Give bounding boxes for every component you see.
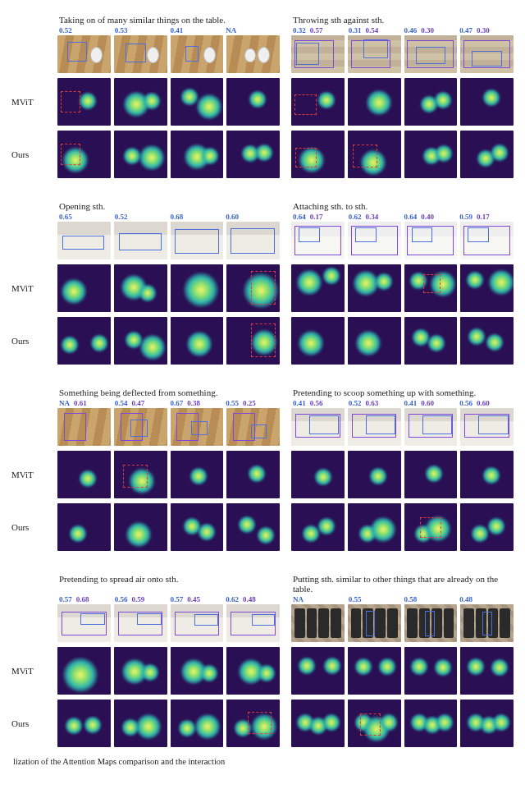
video-frame [460, 604, 514, 642]
score-value: 0.67 [171, 399, 184, 407]
video-frame [348, 408, 401, 446]
video-frame [291, 604, 345, 642]
heatmap-cell [57, 131, 111, 178]
example-title: Taking on of many similar things on the … [57, 15, 280, 26]
heatmap-strip [291, 647, 514, 695]
video-frame [291, 35, 345, 73]
score-value: 0.48 [459, 595, 472, 603]
heatmap-cell [348, 264, 401, 312]
heatmap-cell [57, 451, 111, 498]
video-frame [348, 604, 401, 642]
video-frame [404, 35, 458, 73]
video-frame [291, 408, 345, 446]
heatmap-cell [291, 264, 345, 312]
score-value: NA [226, 26, 236, 34]
heatmap-cell [348, 78, 401, 126]
heatmap-strip [57, 503, 280, 551]
example-title: Opening sth. [57, 201, 280, 213]
heatmap-cell [348, 317, 401, 365]
thumbnail-strip [57, 604, 280, 642]
heatmap-strip [291, 131, 514, 178]
figure-page: Taking on of many similar things on the … [0, 0, 525, 780]
heatmap-cell [291, 451, 345, 498]
score-value: 0.68 [171, 213, 184, 221]
video-frame [226, 35, 280, 73]
thumbnail-strip [291, 222, 514, 259]
score-value: 0.64 [293, 213, 306, 221]
heatmap-cell [114, 451, 167, 498]
heatmap-cell [114, 78, 167, 126]
heatmap-cell [226, 317, 280, 365]
heatmap-strip [291, 317, 514, 365]
heatmap-cell [114, 317, 167, 365]
video-frame [171, 604, 224, 642]
thumbnail-strip [57, 408, 280, 446]
score-value: 0.61 [74, 399, 87, 407]
score-value: 0.56 [459, 399, 472, 407]
heatmap-cell [114, 131, 167, 178]
heatmap-cell [291, 317, 345, 365]
score-row: 0.52 0.53 0.41 NA [57, 26, 280, 34]
heatmap-cell [226, 451, 280, 498]
score-value: 0.57 [310, 26, 323, 34]
heatmap-cell [226, 78, 280, 126]
heatmap-cell [114, 700, 167, 747]
heatmap-cell [57, 317, 111, 365]
example-title: Throwing sth against sth. [291, 15, 514, 26]
heatmap-cell [291, 647, 345, 695]
score-value: 0.55 [349, 595, 362, 603]
heatmap-cell [171, 647, 224, 695]
thumbnail-strip [57, 222, 280, 259]
heatmap-cell [114, 503, 167, 551]
heatmap-cell [404, 647, 458, 695]
score-value: 0.58 [404, 595, 418, 603]
score-value: 0.52 [59, 26, 72, 34]
heatmap-cell [114, 264, 167, 312]
video-frame [460, 35, 514, 73]
video-frame [114, 408, 167, 446]
score-value: 0.63 [366, 399, 379, 407]
score-value: 0.56 [115, 595, 128, 603]
heatmap-cell [291, 78, 345, 126]
score-value: 0.60 [477, 399, 490, 407]
score-value: 0.62 [226, 595, 239, 603]
heatmap-strip [57, 264, 280, 312]
heatmap-cell [460, 131, 514, 178]
heatmap-cell [460, 647, 514, 695]
video-frame [291, 222, 345, 259]
video-frame [114, 604, 167, 642]
example-title: Pretending to spread air onto sth. [57, 574, 280, 595]
video-frame [171, 408, 224, 446]
heatmap-cell [460, 451, 514, 498]
example-title: Attaching sth. to sth. [291, 201, 514, 213]
heatmap-cell [171, 317, 224, 365]
heatmap-strip [291, 78, 514, 126]
heatmap-cell [404, 317, 458, 365]
heatmap-strip [57, 317, 280, 365]
score-value: 0.57 [59, 595, 72, 603]
thumbnail-strip [291, 35, 514, 73]
video-frame [57, 604, 111, 642]
example-title: Something being deflected from something… [57, 388, 280, 399]
heatmap-strip [57, 78, 280, 126]
score-value: 0.60 [421, 399, 434, 407]
video-frame [226, 604, 280, 642]
score-value: 0.54 [115, 399, 128, 407]
video-frame [460, 222, 514, 259]
heatmap-strip [291, 700, 514, 747]
thumbnail-strip [57, 35, 280, 73]
score-value: 0.34 [366, 213, 379, 221]
score-value: 0.59 [459, 213, 472, 221]
heatmap-cell [460, 700, 514, 747]
video-frame [114, 35, 167, 73]
score-value: 0.53 [115, 26, 128, 34]
heatmap-cell [114, 647, 167, 695]
score-row: 0.570.68 0.560.59 0.570.45 0.620.48 [57, 595, 280, 603]
heatmap-cell [57, 264, 111, 312]
video-frame [114, 222, 167, 259]
video-frame [460, 408, 514, 446]
heatmap-cell [226, 264, 280, 312]
score-value: 0.17 [477, 213, 490, 221]
row-label-mvit: MViT [11, 264, 46, 312]
thumbnail-strip [291, 604, 514, 642]
